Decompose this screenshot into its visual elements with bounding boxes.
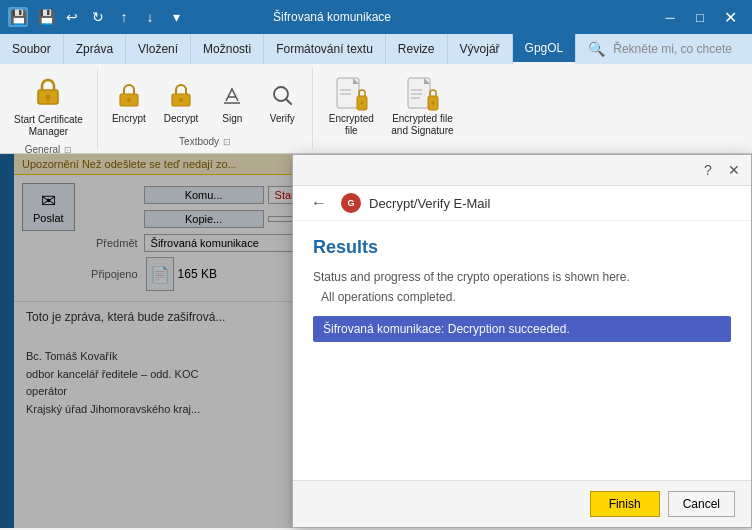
tab-gpgol[interactable]: GpgOL <box>513 34 577 64</box>
dialog-help-button[interactable]: ? <box>697 159 719 181</box>
finish-button[interactable]: Finish <box>590 491 660 517</box>
textbody-expand-icon[interactable]: ⊡ <box>223 137 231 147</box>
svg-point-14 <box>361 101 364 104</box>
ribbon-search-area: 🔍 Řekněte mi, co chcete <box>576 34 752 64</box>
dialog-nav: ← G Decrypt/Verify E-Mail <box>293 186 751 221</box>
svg-point-20 <box>432 101 435 104</box>
decrypt-label: Decrypt <box>164 113 198 124</box>
close-button[interactable]: ✕ <box>716 3 744 31</box>
email-area: Upozornění Než odešlete se teď nedají zo… <box>0 154 752 528</box>
tab-revize[interactable]: Revize <box>386 34 448 64</box>
dialog-title: Decrypt/Verify E-Mail <box>369 196 490 211</box>
upload-button[interactable]: ↑ <box>112 5 136 29</box>
svg-line-10 <box>286 99 291 104</box>
search-placeholder[interactable]: Řekněte mi, co chcete <box>613 42 732 56</box>
save-button[interactable]: 💾 <box>34 5 58 29</box>
result-item: Šifrovaná komunikace: Decryption succeed… <box>313 316 731 342</box>
encrypt-button[interactable]: Encrypt <box>106 75 152 128</box>
dialog-close-button[interactable]: ✕ <box>723 159 745 181</box>
encrypt-icon <box>113 79 145 111</box>
encrypt-label: Encrypt <box>112 113 146 124</box>
encrypted-file-sig-label: Encrypted fileand Signature <box>391 113 453 137</box>
tab-vyvojar[interactable]: Vývojář <box>448 34 513 64</box>
svg-point-1 <box>46 95 51 100</box>
ribbon-group-general: Start CertificateManager General ⊡ <box>0 68 98 149</box>
cancel-button[interactable]: Cancel <box>668 491 735 517</box>
tab-formatovani[interactable]: Formátování textu <box>264 34 386 64</box>
minimize-button[interactable]: ─ <box>656 3 684 31</box>
tab-moznosti[interactable]: Možnosti <box>191 34 264 64</box>
decrypt-verify-dialog: ? ✕ ← G Decrypt/Verify E-Mail Results St… <box>292 154 752 528</box>
ribbon-tabs: Soubor Zpráva Vložení Možnosti Formátová… <box>0 34 752 64</box>
download-button[interactable]: ↓ <box>138 5 162 29</box>
dialog-body: Results Status and progress of the crypt… <box>293 221 751 480</box>
tab-zprava[interactable]: Zpráva <box>64 34 126 64</box>
completed-text: All operations completed. <box>313 290 731 304</box>
encrypted-file-icon <box>333 77 369 113</box>
ribbon-group-textbody: Encrypt Decrypt <box>98 68 313 149</box>
decrypt-button[interactable]: Decrypt <box>158 75 204 128</box>
dialog-brand-icon: G <box>341 193 361 213</box>
start-cert-manager-button[interactable]: Start CertificateManager <box>8 68 89 142</box>
window-title: Šifrovaná komunikace <box>273 10 391 24</box>
dialog-titlebar: ? ✕ <box>293 155 751 186</box>
dialog-footer: Finish Cancel <box>293 480 751 527</box>
redo-button[interactable]: ↻ <box>86 5 110 29</box>
files-items: Encryptedfile Encrypted fileand Si <box>321 68 459 145</box>
svg-point-4 <box>127 98 131 102</box>
decrypt-icon <box>165 79 197 111</box>
ribbon-content: Start CertificateManager General ⊡ Encry… <box>0 64 752 154</box>
textbody-group-label: Textbody ⊡ <box>179 134 231 149</box>
general-expand-icon[interactable]: ⊡ <box>64 145 72 155</box>
quick-access-toolbar: 💾 ↩ ↻ ↑ ↓ ▾ <box>34 5 188 29</box>
sign-label: Sign <box>222 113 242 124</box>
start-cert-manager-label: Start CertificateManager <box>14 114 83 138</box>
title-bar: 💾 💾 ↩ ↻ ↑ ↓ ▾ Šifrovaná komunikace ─ □ ✕ <box>0 0 752 34</box>
verify-icon <box>266 79 298 111</box>
tab-soubor[interactable]: Soubor <box>0 34 64 64</box>
undo-button[interactable]: ↩ <box>60 5 84 29</box>
ribbon-group-files: Encryptedfile Encrypted fileand Si <box>313 68 467 149</box>
dialog-overlay: ? ✕ ← G Decrypt/Verify E-Mail Results St… <box>0 154 752 528</box>
verify-button[interactable]: Verify <box>260 75 304 128</box>
sign-icon <box>216 79 248 111</box>
verify-label: Verify <box>270 113 295 124</box>
app-icon: 💾 <box>8 7 28 27</box>
tab-vlozeni[interactable]: Vložení <box>126 34 191 64</box>
encrypted-file-label: Encryptedfile <box>329 113 374 137</box>
customize-button[interactable]: ▾ <box>164 5 188 29</box>
maximize-button[interactable]: □ <box>686 3 714 31</box>
window-controls: ─ □ ✕ <box>656 3 744 31</box>
sign-button[interactable]: Sign <box>210 75 254 128</box>
title-bar-left: 💾 💾 ↩ ↻ ↑ ↓ ▾ <box>8 5 273 29</box>
dialog-back-button[interactable]: ← <box>305 192 333 214</box>
search-icon: 🔍 <box>588 41 605 57</box>
encrypted-file-sig-icon <box>404 77 440 113</box>
svg-point-6 <box>179 98 183 102</box>
status-text: Status and progress of the crypto operat… <box>313 270 731 284</box>
results-title: Results <box>313 237 731 258</box>
general-items: Start CertificateManager <box>8 68 89 142</box>
encrypted-file-signature-button[interactable]: Encrypted fileand Signature <box>385 73 459 141</box>
textbody-items: Encrypt Decrypt <box>106 68 304 134</box>
cert-manager-icon <box>28 72 68 112</box>
encrypted-file-button[interactable]: Encryptedfile <box>321 73 381 141</box>
